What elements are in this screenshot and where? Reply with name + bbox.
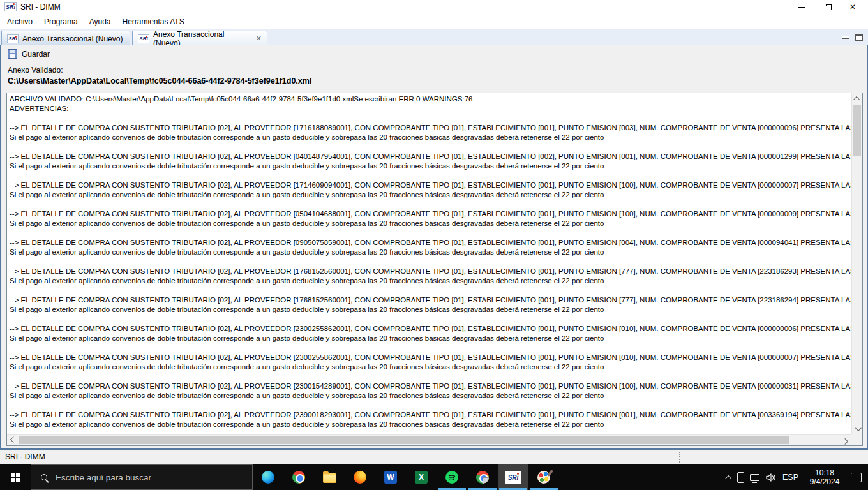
excel-icon: X: [415, 471, 428, 484]
chevron-left-icon: [10, 436, 17, 443]
sri-tab-icon: SRi: [138, 34, 149, 43]
tray-time: 10:18: [815, 468, 834, 477]
word-icon: W: [384, 471, 397, 484]
restore-icon: [825, 4, 830, 10]
edge-icon: [262, 471, 274, 484]
scroll-up-button[interactable]: [852, 93, 863, 104]
taskbar-edge[interactable]: [253, 464, 283, 490]
action-center-icon[interactable]: [851, 473, 862, 482]
start-button[interactable]: [0, 464, 31, 490]
chevron-right-icon: [842, 438, 848, 445]
statusbar: SRI - DIMM: [0, 450, 868, 464]
menubar: Archivo Programa Ayuda Herramientas ATS: [0, 14, 868, 29]
taskbar-excel[interactable]: X: [406, 464, 437, 490]
chrome-icon: [292, 471, 305, 484]
sri-tab-icon: SRi: [7, 34, 19, 43]
minimize-button[interactable]: [789, 0, 814, 14]
guardar-label: Guardar: [22, 50, 50, 59]
validated-file-path: C:\Users\Master\AppData\Local\Temp\fc05c…: [8, 77, 311, 85]
titlebar: SRi SRI - DIMM ✕: [0, 0, 868, 14]
tab-anexo-transaccional-1[interactable]: SRi Anexo Transaccional (Nuevo): [1, 31, 130, 46]
validation-log-box: ARCHIVO VALIDADO: C:\Users\Master\AppDat…: [6, 93, 863, 446]
menu-archivo[interactable]: Archivo: [1, 15, 38, 28]
horizontal-scrollbar[interactable]: [7, 434, 851, 445]
file-explorer-icon: [323, 473, 336, 483]
search-icon: [41, 474, 47, 480]
menu-ayuda[interactable]: Ayuda: [84, 15, 117, 28]
anexo-validado-label: Anexo Validado:: [8, 66, 63, 75]
client-area: Guardar Anexo Validado: C:\Users\Master\…: [0, 45, 868, 450]
system-tray: ESP 10:18 9/4/2024: [727, 464, 868, 490]
menu-herramientas-ats[interactable]: Herramientas ATS: [117, 15, 190, 28]
scroll-right-button[interactable]: [841, 435, 851, 446]
chevron-down-icon: [855, 425, 862, 431]
status-text: SRI - DIMM: [5, 452, 45, 461]
save-icon: [8, 49, 17, 59]
scroll-left-button[interactable]: [7, 435, 18, 446]
status-divider: [679, 452, 680, 463]
scrollbar-corner: [851, 434, 862, 445]
paint-icon: [537, 471, 550, 484]
taskbar-spotify[interactable]: [437, 464, 467, 490]
tray-chevron-up-icon[interactable]: [725, 475, 731, 481]
taskbar-search[interactable]: [31, 464, 253, 490]
validation-log[interactable]: ARCHIVO VALIDADO: C:\Users\Master\AppDat…: [10, 94, 851, 434]
taskbar-chrome[interactable]: [283, 464, 314, 490]
close-icon: ✕: [849, 3, 856, 11]
windows-logo-icon: [11, 473, 20, 482]
minimize-view-icon[interactable]: [842, 34, 849, 40]
taskbar-apps: W X SRi: [253, 464, 559, 490]
scroll-down-button[interactable]: [852, 424, 863, 434]
search-input[interactable]: [56, 473, 221, 482]
taskbar-sri-dimm[interactable]: SRi: [498, 464, 528, 490]
taskbar-word[interactable]: W: [375, 464, 406, 490]
maximize-view-icon[interactable]: [855, 34, 863, 41]
menu-programa[interactable]: Programa: [38, 15, 84, 28]
vertical-scroll-thumb[interactable]: [853, 105, 861, 156]
chrome-profile-icon: [476, 471, 489, 484]
view-buttons: [842, 34, 863, 41]
tab-anexo-transaccional-2[interactable]: SRi Anexo Transaccional (Nuevo) ✕: [132, 31, 267, 46]
window-controls: ✕: [789, 0, 865, 14]
tabstrip: SRi Anexo Transaccional (Nuevo) SRi Anex…: [0, 29, 868, 45]
chevron-up-icon: [853, 96, 860, 103]
horizontal-scroll-thumb[interactable]: [19, 436, 789, 444]
screen: SRi SRI - DIMM ✕ Archivo Programa Ayuda …: [0, 0, 868, 490]
taskbar-chrome-profile[interactable]: [467, 464, 498, 490]
close-button[interactable]: ✕: [840, 0, 865, 14]
taskbar-paint[interactable]: [528, 464, 559, 490]
window-title: SRI - DIMM: [20, 3, 61, 11]
phone-icon[interactable]: [737, 472, 744, 483]
sri-dimm-icon: SRi: [505, 471, 521, 484]
vertical-scrollbar[interactable]: [851, 93, 862, 434]
clock[interactable]: 10:18 9/4/2024: [804, 468, 845, 486]
tray-date: 9/4/2024: [810, 477, 840, 486]
speaker-icon[interactable]: [765, 473, 777, 482]
network-icon[interactable]: [750, 474, 760, 481]
taskbar-file-explorer[interactable]: [314, 464, 345, 490]
language-indicator[interactable]: ESP: [782, 473, 798, 482]
tab-close-icon[interactable]: ✕: [256, 35, 262, 42]
taskbar-firefox[interactable]: [345, 464, 375, 490]
spotify-icon: [445, 471, 458, 484]
firefox-icon: [354, 471, 366, 484]
minimize-icon: [798, 7, 805, 8]
tab-label: Anexo Transaccional (Nuevo): [22, 34, 123, 43]
restore-button[interactable]: [814, 0, 840, 14]
app-icon: SRi: [4, 2, 17, 11]
guardar-button[interactable]: Guardar: [8, 49, 50, 59]
taskbar: W X SRi: [0, 464, 868, 490]
